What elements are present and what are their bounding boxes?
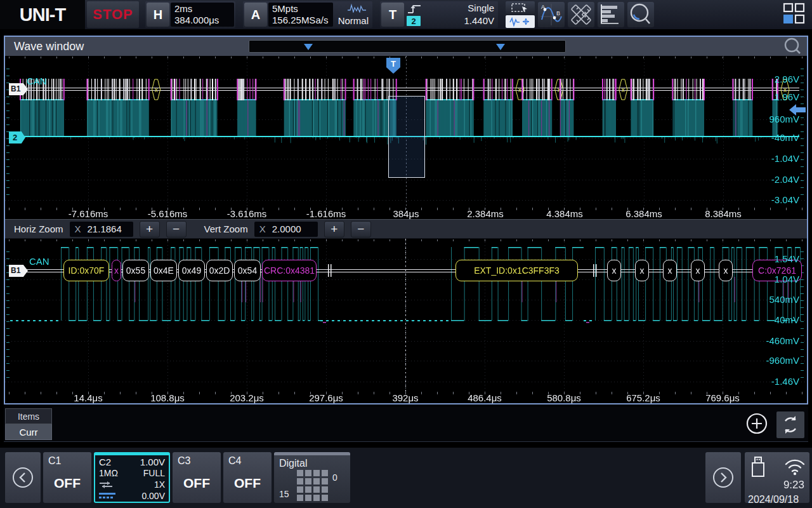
counter-button[interactable] [598,2,624,27]
clock-date: 2024/09/18 [748,494,799,505]
trigger-level-value: 1.440V [464,16,494,26]
horiz-zoom-plus-button[interactable]: + [140,221,160,237]
decode-frame: x [691,260,705,281]
decode-list-panel: Items Curr [4,406,808,442]
channel-c3-card[interactable]: C3 OFF [173,452,221,503]
channel-impedance: 1MΩ [99,468,118,478]
decode-frame: CRC:0x4381 [262,260,317,281]
zoom-plot[interactable]: B1 CAN ID:0x70Fx0x550x4E0x490x2D0x54CRC:… [5,239,807,403]
add-button[interactable] [746,413,768,437]
vert-zoom-value: 2.0000 [272,224,301,234]
zoom-voltage-label: -960mV [766,355,799,366]
system-status-card[interactable]: 9:23 2024/09/18 [745,452,809,503]
decode-frame: x [663,260,677,281]
horizontal-scrollbar[interactable] [249,40,566,53]
chevron-left-icon [11,466,34,489]
main-time-label: -1.616ms [306,208,346,219]
vert-zoom-field[interactable]: X 2.0000 [254,222,318,237]
region-select-icon [511,3,530,13]
decode-frame: 0x55 [122,260,149,281]
run-stop-button[interactable]: STOP [87,1,139,28]
channel-name: C1 [48,455,86,467]
zoom-voltage-label: 540mV [769,294,799,305]
decode-frame: x [607,260,621,281]
channel-c1-card[interactable]: C1 OFF [43,452,91,503]
region-select-button[interactable] [506,1,535,14]
horiz-zoom-value: 21.1864 [88,224,122,234]
trigger-panel[interactable]: T 2 Single 1.440V [380,1,498,28]
main-voltage-label: -3.04V [771,194,799,206]
channel-name: C4 [228,455,266,467]
search-loupe-icon [628,2,653,27]
zoom-time-label: 486.4μs [468,392,502,403]
zoom-out-button[interactable] [783,37,802,58]
scroll-marker-icon[interactable] [496,44,505,50]
channel-scale: 1.00V [140,457,165,467]
channel-c2-card[interactable]: C2 1.00V 1MΩ FULL 1X 0.00V [94,452,170,503]
refresh-button[interactable] [776,411,804,438]
acquire-mode-col: Normal [333,3,371,27]
channel-name: C3 [178,455,216,467]
tab-curr[interactable]: Curr [5,424,52,440]
channel-scroll-left-button[interactable] [5,452,41,503]
digital-label: Digital [279,458,307,469]
zoom-voltage-label: -1.46V [771,376,799,387]
memory-depth-value: 5Mpts [272,4,329,14]
main-voltage-label: -1.04V [771,153,799,164]
acquire-panel[interactable]: A 5Mpts 156.25MSa/s Normal [243,1,372,28]
timebase-value: 2ms [174,4,230,14]
main-voltage-label: -40mV [771,132,799,144]
trigger-key[interactable]: T [381,3,404,27]
digital-bit-high: 0 [332,472,337,483]
main-plot[interactable]: T B1 CAN 2 2.96V1.96V960mV-40mV-1.04V-2.… [5,56,807,219]
add-circle-icon [746,413,768,434]
window-layout-icon [782,1,806,25]
horizontal-key[interactable]: H [147,3,169,27]
zoom-time-label: 297.6μs [309,392,343,403]
digital-bits-grid [297,470,328,501]
main-time-label: 4.384ms [546,208,583,219]
decode-frame: x [112,260,121,281]
waveform-move-button[interactable] [506,15,535,28]
zoom-voltage-label: 1.04V [775,274,799,285]
vert-zoom-mult: X [259,224,266,234]
horizontal-panel[interactable]: H 2ms 384.000μs [145,1,235,28]
channel-c4-card[interactable]: C4 OFF [223,452,272,503]
scroll-marker-icon[interactable] [304,44,313,50]
acquire-key[interactable]: A [244,3,267,27]
acquire-mode-value: Normal [338,16,369,26]
cursor-tool-group [506,1,535,28]
protocol-label: CAN [29,256,49,267]
main-time-label: -7.616ms [69,208,108,219]
decode-frame: EXT_ID:0x1C3FF3F3 [455,260,578,281]
clock-time: 9:23 [783,479,804,491]
waveform-move-icon [509,17,532,27]
coupling-icon [99,481,113,488]
channel-scroll-right-button[interactable] [705,452,741,503]
digital-channels-card[interactable]: Digital 0 15 [274,452,350,503]
zoom-voltage-label: -460mV [766,335,799,347]
measure-button[interactable] [568,2,594,27]
channel-bar: C1 OFF C2 1.00V 1MΩ FULL 1X 0.00V C3 O [0,448,812,508]
zoom-time-label: 769.6μs [705,392,740,403]
window-layout-button[interactable] [782,1,806,28]
vert-zoom-plus-button[interactable]: + [324,221,344,237]
vert-zoom-minus-button[interactable]: − [351,221,371,237]
zoom-selection-rect[interactable] [388,96,425,178]
channel-name: C2 [99,457,111,467]
tab-items[interactable]: Items [5,408,52,424]
horiz-zoom-minus-button[interactable]: − [166,221,187,237]
decode-frame: x [635,260,649,281]
horiz-zoom-field[interactable]: X 21.1864 [70,222,133,237]
oscilloscope-screen: UNI-T STOP H 2ms 384.000μs A 5Mpts 156.2… [0,0,812,508]
channel-state: OFF [48,476,86,491]
channel-bandwidth: FULL [143,468,165,478]
decode-frame: 0x54 [234,260,261,281]
zoom-time-label: 392μs [392,392,418,403]
cursor-ab-button[interactable]: AB [538,2,565,27]
zoom-time-label: 14.4μs [74,392,102,403]
search-button[interactable] [627,2,654,27]
channel-probe: 1X [154,479,165,490]
horiz-zoom-mult: X [75,224,81,234]
acquire-wave-icon [347,3,369,13]
